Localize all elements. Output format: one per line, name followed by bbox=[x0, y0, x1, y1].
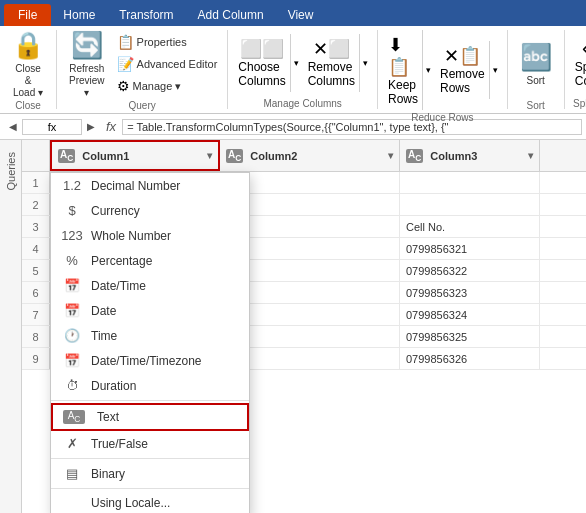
row-num: 2 bbox=[22, 194, 50, 215]
cell-7-3[interactable]: 0799856324 bbox=[400, 304, 540, 325]
cell-6-3[interactable]: 0799856323 bbox=[400, 282, 540, 303]
dropdown-item-time[interactable]: 🕐 Time bbox=[51, 323, 249, 348]
queries-sidebar: Queries bbox=[0, 140, 22, 513]
dropdown-item-truefalse[interactable]: ✗ True/False bbox=[51, 431, 249, 456]
dropdown-item-locale[interactable]: Using Locale... bbox=[51, 491, 249, 513]
group-manage-columns: ⬜⬜ ChooseColumns ▾ ✕⬜ RemoveColumns ▾ Ma… bbox=[228, 30, 378, 109]
main-area: Queries AC Column1 ▾ AC Column2 ▾ AC Col… bbox=[0, 140, 586, 513]
group-query-label: Query bbox=[129, 98, 156, 111]
manage-label: Manage ▾ bbox=[133, 80, 182, 93]
ribbon: File Home Transform Add Column View bbox=[0, 0, 586, 26]
row-num-header bbox=[22, 140, 50, 171]
row-num: 1 bbox=[22, 172, 50, 193]
cell-3-3[interactable]: Cell No. bbox=[400, 216, 540, 237]
group-reduce-rows-label: Reduce Rows bbox=[411, 110, 473, 123]
split-column-button[interactable]: ⟺ SplitColumn ▾ bbox=[571, 34, 586, 92]
text-type-icon: AC bbox=[63, 410, 85, 424]
dropdown-item-decimal[interactable]: 1.2 Decimal Number bbox=[51, 173, 249, 198]
col-header-1[interactable]: AC Column1 ▾ bbox=[50, 140, 220, 171]
sort-icon: 🔤 bbox=[520, 42, 552, 73]
datetimezone-label: Date/Time/Timezone bbox=[91, 354, 201, 368]
dropdown-item-binary[interactable]: ▤ Binary bbox=[51, 461, 249, 486]
properties-icon: 📋 bbox=[117, 34, 134, 50]
dropdown-item-currency[interactable]: $ Currency bbox=[51, 198, 249, 223]
choose-columns-label: ChooseColumns bbox=[238, 60, 285, 88]
manage-col-buttons: ⬜⬜ ChooseColumns ▾ ✕⬜ RemoveColumns ▾ bbox=[234, 30, 371, 96]
remove-columns-dropdown[interactable]: ▾ bbox=[359, 34, 371, 92]
refresh-icon: 🔄 bbox=[71, 30, 103, 61]
query-stacked: 📋 Properties 📝 Advanced Editor ⚙ Manage … bbox=[113, 32, 222, 96]
row-num: 7 bbox=[22, 304, 50, 325]
remove-columns-button[interactable]: ✕⬜ RemoveColumns ▾ bbox=[304, 34, 371, 92]
col1-dropdown-icon[interactable]: ▾ bbox=[207, 150, 212, 161]
percentage-icon: % bbox=[61, 253, 83, 268]
truefalse-label: True/False bbox=[91, 437, 148, 451]
group-sort: 🔤 Sort Sort bbox=[508, 30, 565, 109]
keep-rows-icon: ⬇📋 bbox=[388, 34, 418, 78]
cell-2-3[interactable] bbox=[400, 194, 540, 215]
col-header-2[interactable]: AC Column2 ▾ bbox=[220, 140, 400, 171]
col3-dropdown-icon[interactable]: ▾ bbox=[528, 150, 533, 161]
advanced-editor-button[interactable]: 📝 Advanced Editor bbox=[113, 54, 222, 74]
nav-next-button[interactable]: ▶ bbox=[82, 118, 100, 136]
properties-label: Properties bbox=[137, 36, 187, 48]
decimal-icon: 1.2 bbox=[61, 178, 83, 193]
dropdown-item-datetimezone[interactable]: 📅 Date/Time/Timezone bbox=[51, 348, 249, 373]
duration-label: Duration bbox=[91, 379, 136, 393]
col-header-3[interactable]: AC Column3 ▾ bbox=[400, 140, 540, 171]
sort-button[interactable]: 🔤 Sort bbox=[514, 30, 558, 98]
col2-name: Column2 bbox=[250, 150, 297, 162]
manage-button[interactable]: ⚙ Manage ▾ bbox=[113, 76, 222, 96]
row-num: 9 bbox=[22, 348, 50, 369]
tab-transform[interactable]: Transform bbox=[107, 4, 185, 26]
tab-home[interactable]: Home bbox=[51, 4, 107, 26]
tab-view[interactable]: View bbox=[276, 4, 326, 26]
choose-columns-button[interactable]: ⬜⬜ ChooseColumns ▾ bbox=[234, 34, 301, 92]
advanced-editor-label: Advanced Editor bbox=[137, 58, 218, 70]
cell-1-3[interactable] bbox=[400, 172, 540, 193]
dropdown-item-datetime[interactable]: 📅 Date/Time bbox=[51, 273, 249, 298]
cell-4-3[interactable]: 0799856321 bbox=[400, 238, 540, 259]
keep-rows-button[interactable]: ⬇📋 KeepRows ▾ bbox=[384, 30, 434, 110]
remove-columns-icon: ✕⬜ bbox=[313, 38, 350, 60]
row-num: 8 bbox=[22, 326, 50, 347]
split-column-label: SplitColumn bbox=[575, 60, 586, 88]
whole-icon: 123 bbox=[61, 228, 83, 243]
choose-columns-dropdown[interactable]: ▾ bbox=[290, 34, 302, 92]
col3-name: Column3 bbox=[430, 150, 477, 162]
nav-prev-button[interactable]: ◀ bbox=[4, 118, 22, 136]
ribbon-content: 🔒 Close &Load ▾ Close 🔄 RefreshPreview ▾… bbox=[0, 26, 586, 114]
dropdown-item-percentage[interactable]: % Percentage bbox=[51, 248, 249, 273]
remove-rows-label: RemoveRows bbox=[440, 67, 485, 95]
choose-columns-main: ⬜⬜ ChooseColumns bbox=[234, 34, 289, 92]
dropdown-item-date[interactable]: 📅 Date bbox=[51, 298, 249, 323]
properties-button[interactable]: 📋 Properties bbox=[113, 32, 222, 52]
remove-rows-icon: ✕📋 bbox=[444, 45, 481, 67]
remove-rows-button[interactable]: ✕📋 RemoveRows ▾ bbox=[436, 41, 501, 99]
cell-9-3[interactable]: 0799856326 bbox=[400, 348, 540, 369]
dropdown-item-duration[interactable]: ⏱ Duration bbox=[51, 373, 249, 398]
tab-add-column[interactable]: Add Column bbox=[186, 4, 276, 26]
group-manage-columns-label: Manage Columns bbox=[263, 96, 341, 109]
col2-dropdown-icon[interactable]: ▾ bbox=[388, 150, 393, 161]
percentage-label: Percentage bbox=[91, 254, 152, 268]
remove-rows-dropdown[interactable]: ▾ bbox=[489, 41, 501, 99]
time-label: Time bbox=[91, 329, 117, 343]
cell-8-3[interactable]: 0799856325 bbox=[400, 326, 540, 347]
type-dropdown-menu: 1.2 Decimal Number $ Currency 123 Whole … bbox=[50, 172, 250, 513]
advanced-editor-icon: 📝 bbox=[117, 56, 134, 72]
keep-rows-main: ⬇📋 KeepRows bbox=[384, 30, 422, 110]
remove-rows-main: ✕📋 RemoveRows bbox=[436, 41, 489, 99]
split-column-icon: ⟺ bbox=[582, 38, 586, 60]
tab-file[interactable]: File bbox=[4, 4, 51, 26]
currency-icon: $ bbox=[61, 203, 83, 218]
duration-icon: ⏱ bbox=[61, 378, 83, 393]
keep-rows-dropdown[interactable]: ▾ bbox=[422, 30, 434, 110]
dropdown-item-whole[interactable]: 123 Whole Number bbox=[51, 223, 249, 248]
close-load-button[interactable]: 🔒 Close &Load ▾ bbox=[6, 30, 50, 98]
refresh-button[interactable]: 🔄 RefreshPreview ▾ bbox=[63, 30, 111, 98]
cell-5-3[interactable]: 0799856322 bbox=[400, 260, 540, 281]
decimal-label: Decimal Number bbox=[91, 179, 180, 193]
row-num: 3 bbox=[22, 216, 50, 237]
dropdown-item-text[interactable]: AC Text bbox=[51, 403, 249, 431]
